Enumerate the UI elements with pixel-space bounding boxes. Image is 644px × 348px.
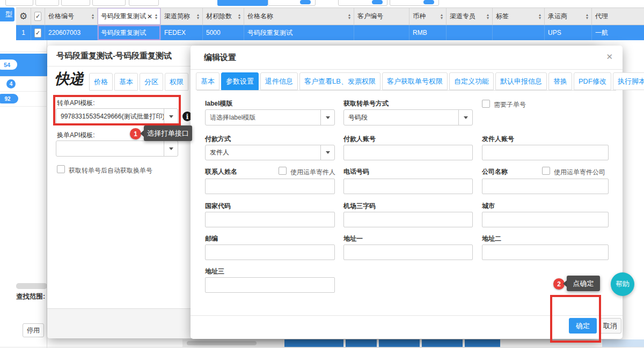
tab-permission[interactable]: 权限 bbox=[165, 73, 188, 91]
toolbar-segment-active[interactable] bbox=[217, 0, 268, 6]
swap-api-select[interactable] bbox=[56, 140, 178, 157]
label-template-select[interactable]: 请选择label模版 bbox=[205, 109, 335, 125]
sidebar-item-active[interactable]: 54 bbox=[0, 54, 47, 76]
sidebar-item[interactable]: 4 bbox=[0, 76, 47, 91]
table-cell[interactable] bbox=[447, 25, 493, 40]
table-cell[interactable]: UPS bbox=[545, 25, 592, 40]
sort-icon[interactable] bbox=[441, 13, 443, 20]
table-cell[interactable]: 220607003 bbox=[45, 25, 98, 40]
tab-default-declaration[interactable]: 默认申报信息 bbox=[495, 72, 547, 90]
help-button[interactable]: 帮助 bbox=[611, 272, 634, 296]
select-caret-button[interactable] bbox=[320, 110, 334, 125]
chevron-down-icon bbox=[169, 147, 173, 150]
city-input[interactable] bbox=[482, 212, 609, 227]
cancel-button[interactable]: 取消 bbox=[599, 318, 621, 334]
bottom-scrollbar[interactable] bbox=[187, 341, 257, 345]
toggle-knob bbox=[423, 0, 434, 4]
toolbar-toggle[interactable] bbox=[390, 0, 439, 6]
sidebar-item[interactable]: 92 bbox=[0, 91, 47, 106]
country-code-input[interactable] bbox=[205, 212, 335, 227]
tab-price[interactable]: 价格 bbox=[89, 73, 113, 91]
toolbar-button-fragment[interactable] bbox=[35, 0, 59, 6]
row-checkbox[interactable] bbox=[34, 28, 41, 38]
table-cell[interactable]: RMB bbox=[409, 25, 447, 40]
address3-input[interactable] bbox=[205, 277, 335, 293]
col-header-agent[interactable]: 代理 bbox=[592, 8, 644, 25]
col-header-carrier[interactable]: 承运商 bbox=[545, 8, 592, 25]
annotation-tooltip-1: 选择打单接口 bbox=[144, 125, 192, 141]
toggle-knob bbox=[372, 0, 383, 4]
col-header-volume-divisor[interactable]: 材积除数 bbox=[203, 8, 244, 25]
toolbar-toggle[interactable] bbox=[338, 0, 387, 6]
sort-icon[interactable] bbox=[155, 13, 157, 20]
tab-customer-view-lb-invoice[interactable]: 客户查看LB、发票权限 bbox=[299, 72, 380, 90]
tab-basic[interactable]: 基本 bbox=[114, 73, 138, 91]
tab-return-info[interactable]: 退件信息 bbox=[260, 72, 298, 90]
tab-parameter-settings[interactable]: 参数设置 bbox=[221, 72, 259, 90]
table-cell[interactable]: 号码段重复测试 bbox=[98, 25, 161, 40]
table-cell[interactable]: 一航 bbox=[592, 25, 644, 40]
table-cell[interactable]: 号码段重复测试 bbox=[244, 25, 354, 40]
zip-input[interactable] bbox=[205, 245, 335, 260]
tab-customer-get-tracking[interactable]: 客户获取单号权限 bbox=[382, 72, 448, 90]
sort-icon[interactable] bbox=[92, 13, 94, 20]
column-settings-cell[interactable] bbox=[16, 8, 31, 25]
use-waybill-company-checkbox[interactable] bbox=[542, 167, 550, 175]
need-sub-number-checkbox[interactable] bbox=[482, 100, 490, 108]
sort-icon[interactable] bbox=[586, 13, 588, 20]
annotation-step-1-badge: 1 bbox=[130, 128, 141, 139]
toolbar-button-fragment[interactable] bbox=[92, 0, 126, 6]
tab-pdf-modify[interactable]: PDF修改 bbox=[574, 72, 611, 90]
close-icon[interactable]: ✕ bbox=[606, 52, 613, 62]
toolbar-toggle[interactable] bbox=[268, 0, 316, 6]
select-all-cell[interactable] bbox=[31, 8, 45, 25]
col-header-price-name[interactable]: 价格名称 bbox=[244, 8, 354, 25]
tab-replace[interactable]: 替换 bbox=[548, 72, 572, 90]
table-cell[interactable] bbox=[354, 25, 409, 40]
fetch-mode-select[interactable]: 号码段 bbox=[343, 109, 473, 125]
toolbar-button-fragment[interactable] bbox=[61, 0, 90, 6]
sort-icon[interactable] bbox=[348, 13, 350, 20]
sort-icon[interactable] bbox=[238, 13, 240, 20]
phone-input[interactable] bbox=[343, 179, 473, 194]
select-caret-button[interactable] bbox=[320, 145, 334, 160]
payer-account-input[interactable] bbox=[343, 145, 473, 160]
select-caret-button[interactable] bbox=[458, 110, 472, 125]
col-header-tag[interactable]: 标签 bbox=[493, 8, 545, 25]
col-filter-input[interactable]: 号码段重复测试✕ bbox=[98, 8, 161, 25]
tab-custom-function[interactable]: 自定义功能 bbox=[449, 72, 494, 90]
select-caret-button[interactable] bbox=[164, 141, 178, 156]
disable-button[interactable]: 停用 bbox=[23, 323, 44, 337]
sidebar-tab-type[interactable]: 型 bbox=[0, 8, 14, 21]
address1-input[interactable] bbox=[343, 245, 473, 260]
table-cell[interactable]: FEDEX bbox=[161, 25, 203, 40]
address2-input[interactable] bbox=[482, 245, 609, 260]
table-cell[interactable]: 5000 bbox=[203, 25, 244, 40]
toolbar-button-fragment[interactable] bbox=[129, 0, 159, 6]
col-header-channel-agent[interactable]: 渠道专员 bbox=[447, 8, 493, 25]
tab-basic[interactable]: 基本 bbox=[196, 72, 219, 90]
auto-fetch-checkbox[interactable] bbox=[57, 165, 65, 173]
airport-code-input[interactable] bbox=[343, 212, 473, 227]
col-header-customer-code[interactable]: 客户编号 bbox=[354, 8, 409, 25]
clear-filter-icon[interactable]: ✕ bbox=[147, 13, 152, 20]
use-waybill-sender-checkbox[interactable] bbox=[279, 167, 287, 175]
col-header-channel-abbr[interactable]: 渠道简称 bbox=[161, 8, 203, 25]
contact-name-input[interactable] bbox=[205, 179, 335, 194]
swap-api-label: 换单API模板: bbox=[57, 131, 95, 140]
select-all-checkbox[interactable] bbox=[34, 12, 41, 21]
company-input[interactable] bbox=[482, 179, 609, 194]
sort-icon[interactable] bbox=[197, 13, 199, 20]
horizontal-scrollbar[interactable] bbox=[16, 283, 47, 289]
col-header-currency[interactable]: 币种 bbox=[409, 8, 447, 25]
sort-icon[interactable] bbox=[487, 13, 489, 20]
sort-icon[interactable] bbox=[539, 13, 541, 20]
col-header-price-code[interactable]: 价格编号 bbox=[45, 8, 98, 25]
pay-method-select[interactable]: 发件人 bbox=[205, 145, 335, 160]
table-cell[interactable] bbox=[493, 25, 545, 40]
sender-account-input[interactable] bbox=[482, 145, 609, 160]
tab-zone[interactable]: 分区 bbox=[140, 73, 163, 91]
row-checkbox-cell[interactable] bbox=[31, 25, 45, 40]
tab-exec-script[interactable]: 执行脚本 bbox=[613, 72, 644, 90]
toolbar-button-fragment[interactable] bbox=[5, 0, 33, 6]
